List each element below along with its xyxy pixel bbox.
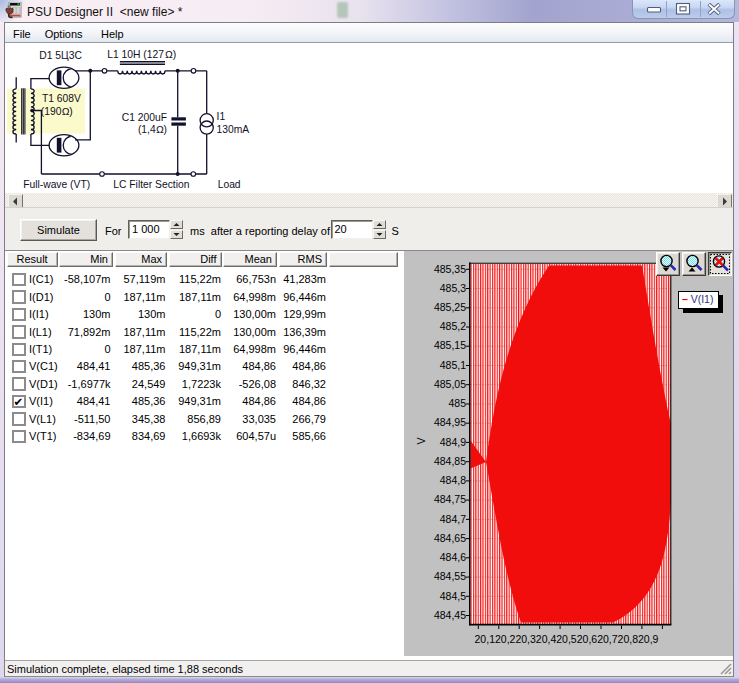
svg-text:I1: I1 <box>217 111 226 122</box>
svg-text:LC Filter Section: LC Filter Section <box>113 179 189 190</box>
svg-text:Load: Load <box>218 179 241 190</box>
svg-text:C1 200uF: C1 200uF <box>122 112 167 123</box>
svg-text:Full-wave (VT): Full-wave (VT) <box>23 179 90 190</box>
svg-text:(190Ω): (190Ω) <box>41 106 73 117</box>
svg-text:D1 5Ц3С: D1 5Ц3С <box>39 50 82 61</box>
svg-text:L1 10H (127 Ω): L1 10H (127 Ω) <box>107 49 176 60</box>
svg-text:T1 608V: T1 608V <box>42 93 81 104</box>
svg-text:(1,4Ω): (1,4Ω) <box>138 124 167 135</box>
svg-text:130mA: 130mA <box>217 124 250 135</box>
